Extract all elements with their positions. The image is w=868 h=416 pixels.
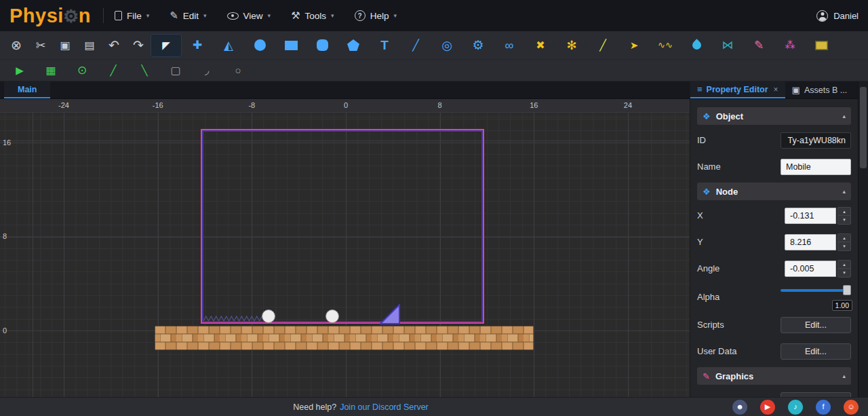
angle-spinner[interactable]: ▴ ▾ — [837, 260, 851, 278]
select-icon: ◤ — [162, 40, 170, 50]
scripts-label: Scripts — [697, 320, 724, 330]
tiktok-icon[interactable]: ♪ — [788, 400, 803, 415]
userdata-edit-button[interactable]: Edit... — [781, 343, 851, 360]
y-row: Y ▴ ▾ — [697, 229, 851, 255]
joint-icon: ∞ — [505, 39, 514, 52]
logo-text-prefix: Physi — [9, 5, 64, 27]
union-tool[interactable]: ▢ — [160, 62, 191, 79]
scene-canvas[interactable]: -24-16-8081624 1680 — [0, 99, 690, 397]
redo-tool[interactable]: ↷ — [126, 34, 151, 57]
run-tool[interactable]: ▶ — [4, 62, 35, 79]
menu-view[interactable]: View ▾ — [227, 10, 271, 22]
facebook-icon[interactable]: f — [816, 400, 831, 415]
polyline-tool[interactable]: ╱ — [400, 34, 431, 57]
x-input[interactable] — [785, 208, 836, 224]
ground-platform[interactable] — [155, 326, 534, 350]
menu-edit[interactable]: ✎ Edit ▾ — [170, 10, 206, 22]
arc-icon: ◞ — [205, 65, 209, 76]
deselect-tool[interactable]: ⊗ — [4, 34, 28, 57]
fixed-joint-icon: ✖ — [536, 40, 545, 51]
spinner-up-icon[interactable]: ▴ — [837, 207, 851, 216]
spinner-down-icon[interactable]: ▾ — [837, 215, 851, 225]
brush-icon: ✎ — [703, 371, 710, 381]
tracer-tool[interactable]: ➤ — [618, 34, 650, 57]
spinner-up-icon[interactable]: ▴ — [837, 260, 851, 269]
panel-scrollbar[interactable] — [858, 81, 868, 397]
youtube-icon[interactable]: ▶ — [760, 400, 775, 415]
scrollbar-thumb[interactable] — [860, 87, 867, 168]
gear-icon: ⚙ — [472, 39, 484, 52]
pulley-icon: ⋈ — [722, 39, 734, 51]
discord-icon[interactable]: ☻ — [732, 400, 747, 415]
screenshot-icon — [815, 41, 828, 50]
arc-tool[interactable]: ◞ — [191, 62, 222, 79]
decoration-tool[interactable]: ✻ — [556, 34, 587, 57]
spinner-up-icon[interactable]: ▴ — [837, 233, 851, 242]
close-icon[interactable]: × — [774, 85, 778, 94]
user-account[interactable]: Daniel — [816, 10, 859, 22]
polygon-icon — [347, 39, 359, 51]
spring-tool[interactable]: ∿∿ — [650, 34, 681, 57]
collapse-icon[interactable]: ▴ — [842, 188, 846, 195]
name-input[interactable] — [781, 159, 851, 175]
collapse-icon[interactable]: ▴ — [842, 113, 846, 119]
particles-tool[interactable]: ⁂ — [774, 34, 806, 57]
y-input[interactable] — [785, 234, 836, 250]
cut-tool[interactable]: ✂ — [28, 34, 53, 57]
text-icon: T — [380, 39, 389, 52]
select-tool[interactable]: ◤ — [151, 34, 182, 57]
id-input[interactable] — [781, 132, 851, 149]
discord-server-link[interactable]: Join our Discord Server — [340, 402, 429, 412]
menu-file[interactable]: File ▾ — [115, 10, 149, 22]
section-graphics[interactable]: ✎ Graphics ▴ — [697, 367, 851, 385]
x-spinner[interactable]: ▴ ▾ — [837, 207, 851, 225]
menu-help[interactable]: ? Help ▾ — [355, 10, 397, 22]
undo-tool[interactable]: ↶ — [102, 34, 126, 57]
brush-tool[interactable]: ✎ — [743, 34, 774, 57]
move-tool[interactable]: ✚ — [182, 34, 213, 57]
spiral-tool[interactable]: ◎ — [431, 34, 462, 57]
water-tool[interactable] — [681, 34, 712, 57]
physion-app: Physi ⚙ n File ▾ ✎ Edit ▾ View ▾ ⚒ — [0, 0, 868, 416]
circle-tool[interactable] — [244, 34, 275, 57]
screenshot-tool[interactable] — [806, 34, 837, 57]
text-tool[interactable]: T — [369, 34, 400, 57]
joint-tool[interactable]: ∞ — [494, 34, 525, 57]
angle-input[interactable] — [785, 261, 836, 277]
polygon-tool[interactable] — [338, 34, 369, 57]
ellipse-tool[interactable]: ○ — [222, 62, 254, 79]
section-node[interactable]: ❖ Node ▴ — [697, 183, 851, 200]
tab-main[interactable]: Main — [4, 81, 50, 98]
x-row: X ▴ ▾ — [697, 202, 851, 229]
divider — [103, 8, 104, 23]
alpha-slider-handle[interactable] — [843, 285, 851, 295]
section-object[interactable]: ❖ Object ▴ — [697, 107, 851, 125]
spinner-down-icon[interactable]: ▾ — [837, 242, 851, 251]
copy-tool[interactable]: ▣ — [53, 34, 77, 57]
horizontal-ruler: -24-16-8081624 — [0, 99, 690, 113]
canvas-grid[interactable]: 1680 — [0, 113, 690, 397]
alpha-slider[interactable]: 1.00 — [781, 282, 851, 311]
paste-tool[interactable]: ▤ — [77, 34, 102, 57]
pulley-tool[interactable]: ⋈ — [712, 34, 743, 57]
reddit-icon[interactable]: ☺ — [844, 400, 859, 415]
line-tool[interactable]: ╱ — [587, 34, 618, 57]
tab-property-editor[interactable]: ≡ Property Editor × — [690, 81, 785, 98]
segment-tool[interactable]: ╱ — [98, 62, 129, 79]
gear-tool[interactable]: ⚙ — [462, 34, 494, 57]
rounded-rect-tool[interactable] — [307, 34, 338, 57]
spinner-down-icon[interactable]: ▾ — [837, 268, 851, 278]
collapse-icon[interactable]: ▴ — [842, 373, 846, 379]
scripts-edit-button[interactable]: Edit... — [781, 317, 851, 333]
fixed-joint-tool[interactable]: ✖ — [525, 34, 556, 57]
grid-snap-tool[interactable]: ▦ — [35, 62, 66, 79]
x-label: X — [697, 210, 703, 221]
menu-tools[interactable]: ⚒ Tools ▾ — [291, 10, 334, 22]
mirror-tool[interactable]: ◭ — [213, 34, 244, 57]
selected-rectangle-object[interactable] — [201, 129, 484, 324]
edge-snap-tool[interactable]: ╲ — [129, 62, 160, 79]
y-spinner[interactable]: ▴ ▾ — [837, 233, 851, 251]
rectangle-tool[interactable] — [275, 34, 307, 57]
tab-assets-browser[interactable]: ▣ Assets B ... — [785, 81, 854, 98]
center-snap-tool[interactable]: ⊙ — [66, 62, 98, 79]
